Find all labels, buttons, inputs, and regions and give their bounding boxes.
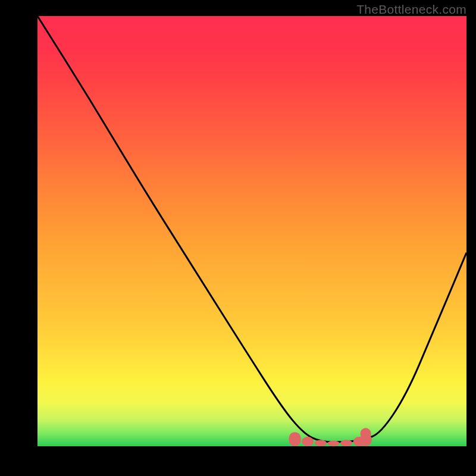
chart-frame: TheBottleneck.com (0, 0, 476, 476)
optimal-bar (327, 441, 339, 446)
marker-dot (361, 428, 371, 439)
optimal-bar (315, 440, 327, 446)
watermark-text: TheBottleneck.com (356, 2, 466, 17)
curve (37, 16, 466, 442)
optimal-bar (289, 432, 301, 446)
bottleneck-chart (37, 16, 466, 446)
optimal-bar (340, 440, 352, 446)
optimal-bar (302, 437, 314, 446)
plot-area (37, 16, 466, 446)
